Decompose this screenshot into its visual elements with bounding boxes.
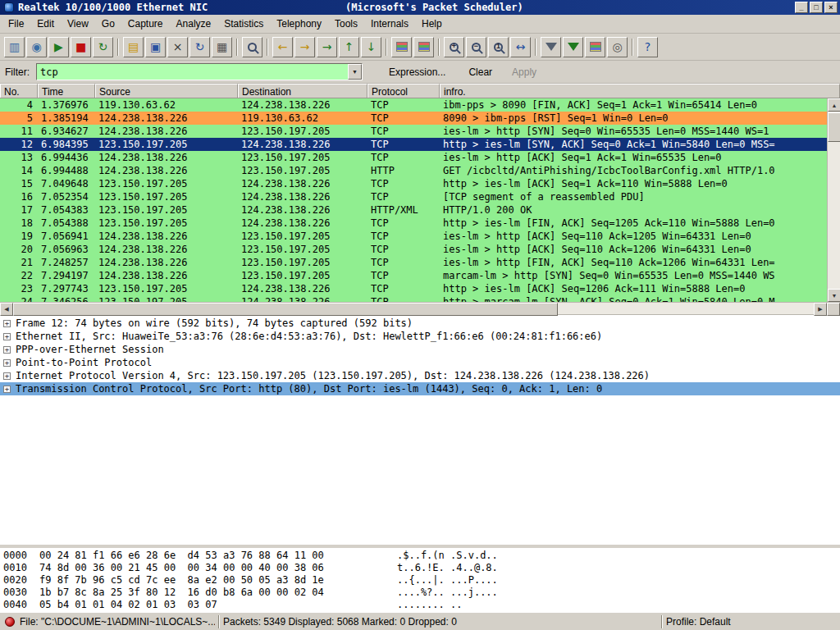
goto-packet-icon[interactable]: → xyxy=(317,37,337,57)
packet-row[interactable]: 167.052354123.150.197.205124.238.138.226… xyxy=(0,190,827,203)
vertical-scroll-thumb[interactable] xyxy=(828,112,840,142)
find-packet-icon[interactable] xyxy=(242,37,262,57)
expand-icon[interactable]: + xyxy=(3,359,11,367)
cell-src: 124.238.138.226 xyxy=(95,125,238,138)
preferences-icon[interactable]: ◎ xyxy=(607,37,628,57)
expand-icon[interactable]: + xyxy=(3,333,11,340)
colorize-icon[interactable] xyxy=(391,37,412,57)
capture-options-icon[interactable]: ◉ xyxy=(26,37,47,57)
scroll-up-icon[interactable]: ▲ xyxy=(828,98,840,112)
cell-info: ies-lm > http [ACK] Seq=110 Ack=1206 Win… xyxy=(440,243,827,256)
goto-bottom-icon[interactable]: ↓ xyxy=(361,37,381,57)
expert-info-icon[interactable] xyxy=(5,617,15,627)
horizontal-scroll-thumb[interactable] xyxy=(13,303,558,316)
detail-row[interactable]: +Transmission Control Protocol, Src Port… xyxy=(0,382,840,395)
detail-row[interactable]: +Point-to-Point Protocol xyxy=(0,356,840,369)
packet-row[interactable]: 126.984395123.150.197.205124.238.138.226… xyxy=(0,138,827,151)
filter-input[interactable] xyxy=(37,64,348,80)
scroll-left-icon[interactable]: ◀ xyxy=(0,303,13,316)
detail-row[interactable]: +Internet Protocol Version 4, Src: 123.1… xyxy=(0,369,840,382)
packet-row[interactable]: 146.994488124.238.138.226123.150.197.205… xyxy=(0,164,827,177)
menu-analyze[interactable]: Analyze xyxy=(170,16,218,32)
display-filters-icon[interactable] xyxy=(563,37,583,57)
goto-top-icon[interactable]: ↑ xyxy=(339,37,359,57)
menu-go[interactable]: Go xyxy=(95,16,121,32)
help-icon[interactable]: ? xyxy=(637,37,658,57)
packet-row[interactable]: 116.934627124.238.138.226123.150.197.205… xyxy=(0,125,827,138)
packet-row[interactable]: 51.385194124.238.138.226119.130.63.62TCP… xyxy=(0,112,827,125)
menu-file[interactable]: File xyxy=(2,16,30,32)
scroll-right-icon[interactable]: ▶ xyxy=(814,303,827,316)
zoom-in-icon[interactable]: + xyxy=(444,37,464,57)
expression-button[interactable]: Expression... xyxy=(389,66,445,78)
menu-tools[interactable]: Tools xyxy=(328,16,364,32)
capture-start-icon[interactable]: ▶ xyxy=(48,37,69,57)
cell-src: 124.238.138.226 xyxy=(95,269,238,282)
menu-statistics[interactable]: Statistics xyxy=(217,16,270,32)
expand-icon[interactable]: + xyxy=(3,386,11,393)
column-header-time[interactable]: Time xyxy=(38,84,95,98)
capture-filters-icon[interactable] xyxy=(541,37,561,57)
vertical-scrollbar[interactable]: ▲ ▼ xyxy=(827,98,840,302)
packet-row[interactable]: 247.346256123.150.197.205124.238.138.226… xyxy=(0,295,827,302)
column-header-no[interactable]: No. xyxy=(0,84,38,98)
resize-columns-icon[interactable]: ↔ xyxy=(510,37,531,57)
auto-scroll-icon[interactable] xyxy=(413,37,434,57)
menu-help[interactable]: Help xyxy=(415,16,449,32)
hex-row[interactable]: 0020f9 8f 7b 96 c5 cd 7c ee 8a e2 00 50 … xyxy=(3,574,840,587)
zoom-out-icon[interactable]: − xyxy=(466,37,486,57)
packet-row[interactable]: 187.054388123.150.197.205124.238.138.226… xyxy=(0,217,827,230)
print-icon[interactable]: ▦ xyxy=(212,37,232,57)
hex-row[interactable]: 000000 24 81 f1 66 e6 28 6e d4 53 a3 76 … xyxy=(3,550,840,562)
interface-list-icon[interactable]: ▥ xyxy=(4,37,25,57)
close-capture-icon[interactable]: × xyxy=(167,37,188,57)
packet-row[interactable]: 177.054383123.150.197.205124.238.138.226… xyxy=(0,203,827,217)
column-header-proto[interactable]: Protocol xyxy=(368,84,440,98)
column-header-info[interactable]: infro. xyxy=(440,84,840,98)
hex-row[interactable]: 001074 8d 00 36 00 21 45 00 00 34 00 00 … xyxy=(3,562,840,574)
capture-stop-icon[interactable]: ■ xyxy=(71,37,91,57)
reload-icon[interactable]: ↻ xyxy=(189,37,210,57)
packet-row[interactable]: 217.248257124.238.138.226123.150.197.205… xyxy=(0,256,827,269)
packet-row[interactable]: 227.294197124.238.138.226123.150.197.205… xyxy=(0,269,827,282)
horizontal-scrollbar[interactable]: ◀ ▶ xyxy=(0,302,840,315)
zoom-100-icon: 1 xyxy=(495,42,501,50)
close-button[interactable]: × xyxy=(824,2,838,13)
go-back-icon[interactable]: ← xyxy=(272,37,293,57)
minimize-button[interactable]: _ xyxy=(795,2,808,13)
go-forward-icon[interactable]: → xyxy=(294,37,315,57)
coloring-rules-icon[interactable] xyxy=(585,37,605,57)
maximize-button[interactable]: □ xyxy=(810,2,823,13)
hex-row[interactable]: 004005 b4 01 01 04 02 01 03 03 07.......… xyxy=(3,599,840,611)
column-header-src[interactable]: Source xyxy=(95,84,238,98)
menu-telephony[interactable]: Telephony xyxy=(270,16,328,32)
filter-dropdown-arrow-icon[interactable]: ▼ xyxy=(348,64,362,80)
clear-button[interactable]: Clear xyxy=(468,66,492,78)
packet-row[interactable]: 41.376976119.130.63.62124.238.138.226TCP… xyxy=(0,98,827,112)
menu-capture[interactable]: Capture xyxy=(121,16,170,32)
menu-view[interactable]: View xyxy=(61,16,95,32)
expand-icon[interactable]: + xyxy=(3,320,11,327)
detail-row[interactable]: +PPP-over-Ethernet Session xyxy=(0,343,840,356)
packet-row[interactable]: 197.056941124.238.138.226123.150.197.205… xyxy=(0,230,827,243)
capture-restart-icon[interactable]: ↻ xyxy=(93,37,113,57)
hex-row[interactable]: 00301b b7 8c 8a 25 3f 80 12 16 d0 b8 6a … xyxy=(3,587,840,599)
expand-icon[interactable]: + xyxy=(3,372,11,380)
apply-button[interactable]: Apply xyxy=(512,66,536,78)
open-capture-icon[interactable]: ▤ xyxy=(123,37,144,57)
goto-packet-icon: → xyxy=(322,41,332,53)
column-header-dst[interactable]: Destination xyxy=(238,84,368,98)
packet-row[interactable]: 136.994436124.238.138.226123.150.197.205… xyxy=(0,151,827,164)
packet-row[interactable]: 237.297743123.150.197.205124.238.138.226… xyxy=(0,282,827,295)
detail-row[interactable]: +Ethernet II, Src: HuaweiTe_53:a3:76 (28… xyxy=(0,330,840,343)
expand-icon[interactable]: + xyxy=(3,346,11,354)
zoom-100-icon[interactable]: 1 xyxy=(488,37,509,57)
menu-internals[interactable]: Internals xyxy=(364,16,415,32)
scroll-down-icon[interactable]: ▼ xyxy=(828,289,840,302)
save-capture-icon[interactable]: ▣ xyxy=(145,37,166,57)
detail-row[interactable]: +Frame 12: 74 bytes on wire (592 bits), … xyxy=(0,317,840,330)
menu-edit[interactable]: Edit xyxy=(30,16,61,32)
packet-row[interactable]: 157.049648123.150.197.205124.238.138.226… xyxy=(0,177,827,190)
packet-row[interactable]: 207.056963124.238.138.226123.150.197.205… xyxy=(0,243,827,256)
cell-no: 19 xyxy=(0,230,38,243)
